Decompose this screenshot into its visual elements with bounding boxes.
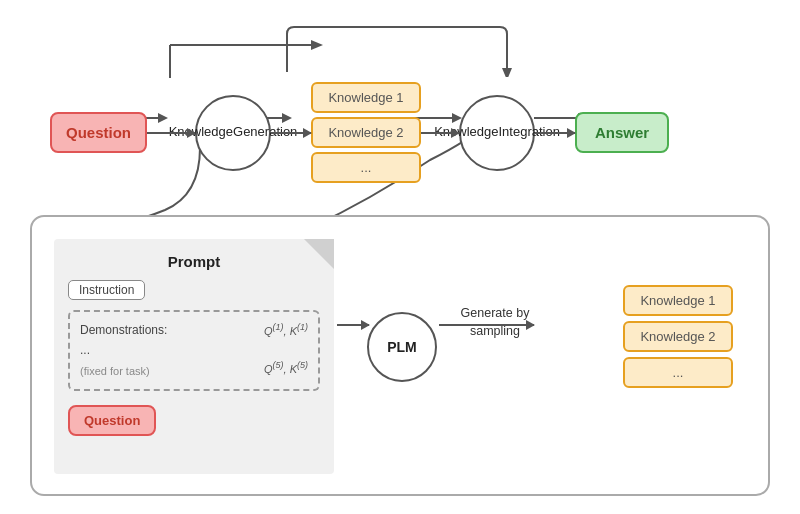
prompt-card: Prompt Instruction Q(1), K(1) Q(5), K(5)… bbox=[54, 239, 334, 474]
svg-marker-14 bbox=[311, 40, 323, 50]
bottom-knowledge-box-2: Knowledge 2 bbox=[623, 321, 733, 352]
knowledge-generation-node: KnowledgeGeneration bbox=[195, 95, 271, 171]
demonstrations-box: Q(1), K(1) Q(5), K(5) Demonstrations: ..… bbox=[68, 310, 320, 391]
knowledge-integration-node: KnowledgeIntegration bbox=[459, 95, 535, 171]
question-box: Question bbox=[50, 112, 147, 153]
svg-marker-15 bbox=[502, 68, 512, 77]
bottom-knowledge-box-1: Knowledge 1 bbox=[623, 285, 733, 316]
answer-box: Answer bbox=[575, 112, 669, 153]
prompt-title: Prompt bbox=[68, 253, 320, 270]
question-badge: Question bbox=[68, 405, 156, 436]
knowledge-stack-top: Knowledge 1 Knowledge 2 ... bbox=[311, 82, 421, 183]
plm-node: PLM bbox=[367, 312, 437, 382]
knowledge-box-2: Knowledge 2 bbox=[311, 117, 421, 148]
bottom-panel: Prompt Instruction Q(1), K(1) Q(5), K(5)… bbox=[30, 215, 770, 496]
knowledge-box-dots: ... bbox=[311, 152, 421, 183]
knowledge-stack-bottom: Knowledge 1 Knowledge 2 ... bbox=[623, 285, 733, 388]
bottom-knowledge-box-dots: ... bbox=[623, 357, 733, 388]
fixed-label: (fixed for task) bbox=[80, 365, 150, 377]
knowledge-box-1: Knowledge 1 bbox=[311, 82, 421, 113]
demos-dots: ... bbox=[80, 343, 90, 357]
instruction-badge: Instruction bbox=[68, 280, 145, 300]
demos-label: Demonstrations: bbox=[80, 323, 167, 337]
